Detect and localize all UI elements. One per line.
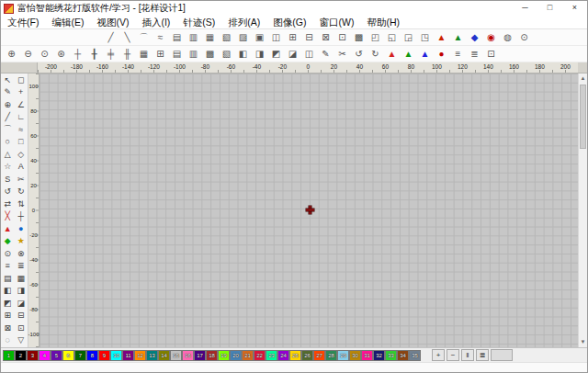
color-swatch[interactable]: 24 bbox=[277, 350, 289, 361]
corner-br-tool[interactable]: ◪ bbox=[15, 297, 28, 310]
menu-item[interactable]: 图像(G) bbox=[266, 16, 312, 29]
gold-star-tool[interactable]: ★ bbox=[15, 235, 28, 248]
zoom-out-tool[interactable]: ⊖ bbox=[21, 47, 35, 61]
pause-button[interactable]: ‖ bbox=[461, 349, 474, 361]
contour-fill-tool[interactable]: ◫ bbox=[269, 30, 283, 44]
frame-tool[interactable]: ⊡ bbox=[484, 47, 498, 61]
close-button[interactable]: × bbox=[562, 1, 587, 16]
draw-pen-tool[interactable]: ✎ bbox=[319, 47, 333, 61]
scroll-up-arrow[interactable]: ▲ bbox=[579, 73, 587, 84]
color-swatch[interactable]: 31 bbox=[361, 350, 373, 361]
zoom-actual-tool[interactable]: ⊙ bbox=[38, 47, 51, 61]
red-dot-tool[interactable]: ● bbox=[435, 47, 448, 61]
color-swatch[interactable]: 33 bbox=[385, 350, 397, 361]
corner-tl-tool[interactable]: ◩ bbox=[1, 297, 15, 310]
polyline-tool[interactable]: ∟ bbox=[15, 111, 28, 124]
color-swatch[interactable]: 15 bbox=[170, 350, 182, 361]
grid-toggle-tool[interactable]: ▦ bbox=[137, 47, 151, 61]
rect-tool[interactable]: □ bbox=[15, 136, 28, 149]
trim-point-tool[interactable]: ◍ bbox=[501, 30, 514, 44]
color-swatch[interactable]: 9 bbox=[98, 350, 110, 361]
color-swatch[interactable]: 30 bbox=[349, 350, 361, 361]
scrollbar-thumb[interactable] bbox=[580, 85, 586, 149]
menu-item[interactable]: 文件(F) bbox=[1, 16, 45, 29]
triangle-blue-tool[interactable]: ▲ bbox=[418, 47, 432, 61]
triangle-green-tool[interactable]: ▲ bbox=[401, 47, 415, 61]
mirror-v-tool[interactable]: ⇅ bbox=[15, 198, 28, 210]
design-canvas[interactable] bbox=[40, 73, 578, 347]
triple-stitch-tool[interactable]: ╲ bbox=[120, 30, 134, 44]
half-left-tool[interactable]: ◧ bbox=[1, 285, 15, 298]
quarter-fill-br-tool[interactable]: ◲ bbox=[401, 30, 415, 44]
color-swatch[interactable]: 23 bbox=[266, 350, 277, 361]
list-button[interactable]: ≣ bbox=[476, 349, 489, 361]
triangle-tool[interactable]: △ bbox=[1, 148, 15, 161]
exclude-tool[interactable]: ⊗ bbox=[15, 247, 28, 260]
add-point-tool[interactable]: + bbox=[15, 86, 28, 99]
zigzag-stitch-tool[interactable]: ≈ bbox=[153, 30, 167, 44]
measure-tool[interactable]: ∠ bbox=[15, 98, 28, 111]
close-frame-tool[interactable]: ⊠ bbox=[1, 322, 15, 334]
blue-dot-tool[interactable]: ● bbox=[15, 222, 28, 235]
center-point-tool[interactable]: ┼ bbox=[15, 210, 28, 223]
arc-stitch-tool[interactable]: ⌒ bbox=[137, 30, 151, 44]
list-view-tool[interactable]: ≡ bbox=[451, 47, 465, 61]
color-swatch[interactable]: 29 bbox=[337, 350, 349, 361]
stitch-view-tool[interactable]: ▧ bbox=[220, 47, 233, 61]
color-swatch[interactable]: 18 bbox=[206, 350, 218, 361]
color-swatch[interactable]: 1 bbox=[3, 350, 15, 361]
applique-tool[interactable]: ⊞ bbox=[286, 30, 300, 44]
star-tool[interactable]: ☆ bbox=[1, 161, 15, 174]
density-down-tool[interactable]: ▲ bbox=[451, 30, 465, 44]
hatch-tool[interactable]: ▤ bbox=[1, 272, 15, 285]
move-horizontal-tool[interactable]: ╪ bbox=[104, 47, 118, 61]
half-right-tool[interactable]: ◨ bbox=[15, 285, 28, 298]
shade-center-tool[interactable]: ◫ bbox=[302, 47, 316, 61]
density-up-tool[interactable]: ▲ bbox=[435, 30, 448, 44]
ruler-toggle-tool[interactable]: ▤ bbox=[170, 47, 184, 61]
menu-item[interactable]: 视图(V) bbox=[90, 16, 135, 29]
color-block-tool[interactable]: ◆ bbox=[468, 30, 481, 44]
color-swatch[interactable]: 11 bbox=[122, 350, 134, 361]
quarter-fill-tl-tool[interactable]: ◰ bbox=[368, 30, 382, 44]
color-swatch[interactable]: 4 bbox=[39, 350, 51, 361]
shade-left-tool[interactable]: ◧ bbox=[236, 47, 250, 61]
color-swatch[interactable]: 7 bbox=[74, 350, 86, 361]
edit-point-tool[interactable]: ✎ bbox=[1, 86, 15, 99]
align-tool[interactable]: ≡ bbox=[1, 260, 15, 273]
rotate-cw-tool[interactable]: ↻ bbox=[15, 186, 28, 198]
scissors-tool[interactable]: ✂ bbox=[15, 173, 28, 186]
triangle-red-tool[interactable]: ▲ bbox=[385, 47, 399, 61]
circle-tool[interactable]: ○ bbox=[1, 136, 15, 149]
redo-tool[interactable]: ↻ bbox=[368, 47, 382, 61]
color-swatch[interactable]: 12 bbox=[134, 350, 146, 361]
color-swatch[interactable]: 32 bbox=[373, 350, 385, 361]
scrollbar-track[interactable] bbox=[579, 150, 587, 337]
pattern-fill-tool[interactable]: ▩ bbox=[352, 30, 366, 44]
cut-tool[interactable]: ✂ bbox=[335, 47, 349, 61]
menu-item[interactable]: 针迹(S) bbox=[176, 16, 221, 29]
move-design-tool[interactable]: ╂ bbox=[87, 47, 101, 61]
color-swatch[interactable]: 5 bbox=[51, 350, 62, 361]
color-swatch[interactable]: 14 bbox=[158, 350, 170, 361]
satin-fill-tool[interactable]: ▣ bbox=[253, 30, 266, 44]
color-swatch[interactable]: 3 bbox=[27, 350, 39, 361]
mirror-h-tool[interactable]: ⇄ bbox=[1, 198, 15, 210]
shade-right-tool[interactable]: ◨ bbox=[253, 47, 266, 61]
color-swatch[interactable]: 20 bbox=[230, 350, 242, 361]
motif-fill-tool[interactable]: ⊟ bbox=[302, 30, 316, 44]
arc-tool[interactable]: ⌒ bbox=[1, 123, 15, 136]
zoom-in-tool[interactable]: ⊕ bbox=[5, 47, 18, 61]
minus-frame-tool[interactable]: ⊟ bbox=[15, 310, 28, 322]
menu-item[interactable]: 排列(A) bbox=[221, 16, 266, 29]
menu-item[interactable]: 编辑(E) bbox=[45, 16, 90, 29]
outline-view-tool[interactable]: ▩ bbox=[203, 47, 217, 61]
move-vertical-tool[interactable]: ╫ bbox=[120, 47, 134, 61]
stipple-fill-tool[interactable]: ⊡ bbox=[335, 30, 349, 44]
remove-color-button[interactable]: − bbox=[447, 349, 459, 361]
undo-tool[interactable]: ↺ bbox=[352, 47, 366, 61]
dot-frame-tool[interactable]: ⊡ bbox=[15, 322, 28, 334]
menu-item[interactable]: 帮助(H) bbox=[360, 16, 406, 29]
color-swatch[interactable]: 6 bbox=[62, 350, 74, 361]
menu-item[interactable]: 窗口(W) bbox=[313, 16, 361, 29]
